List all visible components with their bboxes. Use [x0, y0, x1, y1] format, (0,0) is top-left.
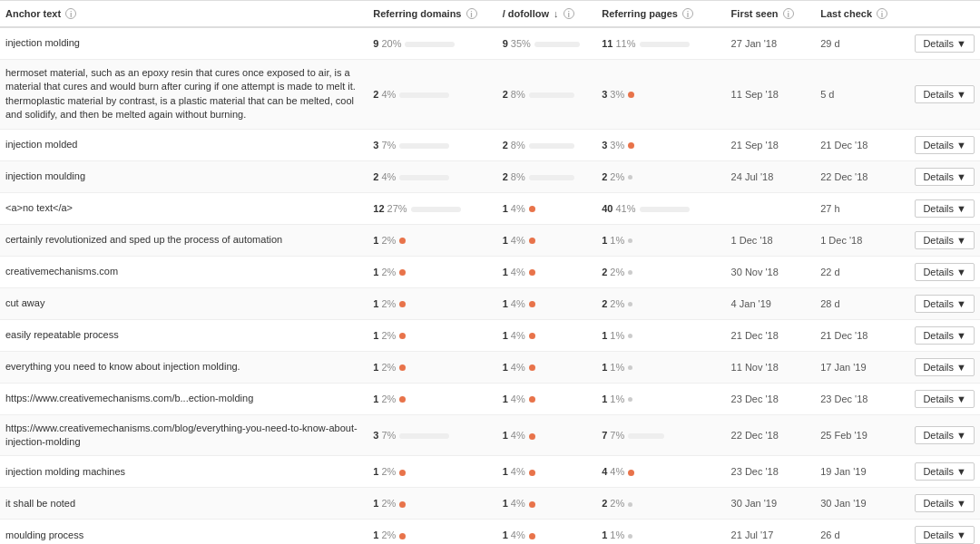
- ref-dom-pct: 2%: [381, 298, 396, 309]
- col-header-last-check: Last check i: [815, 1, 900, 28]
- ref-dom-num: 1: [373, 466, 378, 477]
- table-row: injection moulding24%28%22%24 Jul '1822 …: [0, 160, 980, 192]
- last-check-cell: 26 d: [815, 520, 900, 544]
- ref-dom-pct: 2%: [381, 362, 396, 373]
- col-header-anchor-label: Anchor text: [5, 8, 61, 19]
- dofollow-num: 9: [503, 38, 508, 49]
- table-row: injection molding machines12%14%44%23 De…: [0, 456, 980, 488]
- dofollow-cell: 28%: [497, 60, 597, 130]
- last-check-cell: 25 Feb '19: [815, 414, 900, 456]
- referring-domains-cell: 12%: [368, 256, 496, 287]
- ref-pages-pct: 3%: [610, 140, 624, 151]
- dofollow-cell: 14%: [497, 414, 597, 456]
- details-cell: Details ▼: [900, 60, 980, 130]
- col-header-referring-domains: Referring domains i: [368, 1, 496, 28]
- details-button[interactable]: Details ▼: [915, 168, 975, 186]
- first-seen-cell: 30 Nov '18: [726, 256, 816, 287]
- details-button[interactable]: Details ▼: [915, 231, 975, 249]
- table-row: injection molding920%935%1111%27 Jan '18…: [0, 27, 980, 60]
- first-seen-info-icon[interactable]: i: [783, 8, 794, 19]
- details-button[interactable]: Details ▼: [915, 390, 975, 408]
- last-check-cell: 29 d: [815, 27, 900, 60]
- details-button[interactable]: Details ▼: [915, 326, 975, 345]
- last-check-cell: 19 Jan '19: [815, 456, 900, 488]
- details-button[interactable]: Details ▼: [915, 494, 975, 512]
- ref-pages-pct: 2%: [610, 298, 624, 309]
- referring-domains-cell: 37%: [368, 129, 496, 160]
- dofollow-num: 1: [503, 203, 508, 214]
- anchor-info-icon[interactable]: i: [65, 8, 76, 19]
- details-button[interactable]: Details ▼: [915, 295, 975, 313]
- last-check-cell: 28 d: [815, 287, 900, 319]
- details-button[interactable]: Details ▼: [915, 199, 975, 218]
- anchor-text-cell: easily repeatable process: [0, 319, 368, 351]
- dofollow-cell: 28%: [497, 160, 597, 192]
- ref-dom-num: 2: [373, 89, 378, 100]
- last-check-cell: 5 d: [815, 60, 900, 130]
- dofollow-pct: 8%: [511, 89, 525, 100]
- referring-pages-info-icon[interactable]: i: [682, 8, 693, 19]
- referring-domains-cell: 12%: [368, 224, 496, 256]
- anchor-text-cell: injection molded: [0, 129, 368, 160]
- dofollow-pct: 4%: [511, 393, 525, 404]
- dofollow-num: 1: [503, 362, 508, 373]
- anchor-text-cell: creativemechanisms.com: [0, 256, 368, 287]
- dofollow-cell: 14%: [497, 488, 597, 520]
- dofollow-info-icon[interactable]: i: [564, 8, 574, 19]
- last-check-cell: 30 Jan '19: [815, 488, 900, 520]
- ref-dom-pct: 2%: [381, 498, 396, 509]
- details-button[interactable]: Details ▼: [915, 426, 975, 444]
- table-row: creativemechanisms.com12%14%22%30 Nov '1…: [0, 256, 980, 287]
- ref-pages-pct: 3%: [610, 89, 624, 100]
- anchor-text-cell: it shall be noted: [0, 488, 368, 520]
- col-header-referring-pages: Referring pages i: [596, 1, 725, 28]
- ref-pages-pct: 7%: [610, 430, 624, 441]
- referring-pages-cell: 33%: [596, 129, 725, 160]
- dofollow-pct: 4%: [511, 362, 525, 373]
- dofollow-pct: 4%: [511, 498, 525, 509]
- ref-pages-pct: 1%: [610, 362, 624, 373]
- table-row: easily repeatable process12%14%11%21 Dec…: [0, 319, 980, 351]
- ref-dom-num: 1: [373, 393, 378, 404]
- details-button[interactable]: Details ▼: [915, 136, 975, 154]
- ref-pages-num: 1: [602, 330, 607, 341]
- referring-domains-cell: 12%: [368, 351, 496, 383]
- last-check-cell: 23 Dec '18: [815, 383, 900, 414]
- first-seen-cell: 1 Dec '18: [726, 224, 816, 256]
- dofollow-num: 1: [503, 430, 508, 441]
- referring-domains-cell: 12%: [368, 319, 496, 351]
- referring-domains-cell: 12%: [368, 287, 496, 319]
- details-cell: Details ▼: [900, 224, 980, 256]
- details-cell: Details ▼: [900, 160, 980, 192]
- col-header-first-seen: First seen i: [726, 1, 816, 28]
- last-check-cell: 21 Dec '18: [815, 319, 900, 351]
- referring-pages-cell: 11%: [596, 319, 725, 351]
- ref-dom-num: 3: [373, 430, 378, 441]
- referring-domains-cell: 12%: [368, 383, 496, 414]
- dofollow-cell: 935%: [497, 27, 597, 60]
- details-button[interactable]: Details ▼: [915, 263, 975, 281]
- dofollow-pct: 4%: [511, 298, 525, 309]
- table-row: https://www.creativemechanisms.com/blog/…: [0, 414, 980, 456]
- details-button[interactable]: Details ▼: [915, 462, 975, 481]
- last-check-cell: 21 Dec '18: [815, 129, 900, 160]
- last-check-info-icon[interactable]: i: [877, 8, 887, 19]
- anchor-text-cell: certainly revolutionized and sped up the…: [0, 224, 368, 256]
- details-button[interactable]: Details ▼: [915, 526, 975, 544]
- referring-domains-info-icon[interactable]: i: [466, 8, 477, 19]
- dofollow-sort-icon[interactable]: ↓: [554, 8, 559, 19]
- details-cell: Details ▼: [900, 129, 980, 160]
- details-button[interactable]: Details ▼: [915, 85, 975, 103]
- details-button[interactable]: Details ▼: [915, 358, 975, 376]
- ref-dom-pct: 4%: [381, 89, 396, 100]
- details-button[interactable]: Details ▼: [915, 34, 975, 53]
- referring-pages-cell: 11%: [596, 520, 725, 544]
- ref-pages-pct: 1%: [610, 330, 624, 341]
- ref-dom-pct: 27%: [387, 203, 407, 214]
- details-cell: Details ▼: [900, 319, 980, 351]
- dofollow-pct: 4%: [511, 235, 525, 246]
- ref-pages-num: 7: [602, 430, 607, 441]
- anchor-text-cell: cut away: [0, 287, 368, 319]
- details-cell: Details ▼: [900, 287, 980, 319]
- referring-pages-cell: 22%: [596, 287, 725, 319]
